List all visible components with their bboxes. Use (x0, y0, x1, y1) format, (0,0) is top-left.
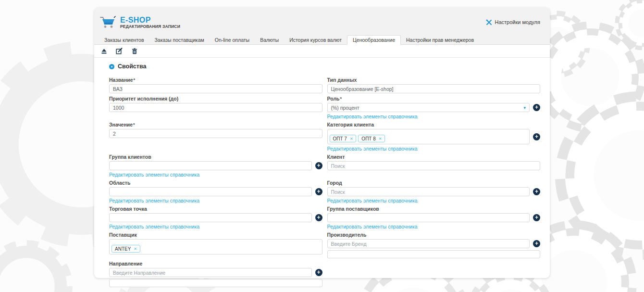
module-settings-button[interactable]: Настройки модуля (486, 19, 540, 25)
tag-label: ANTEY (115, 246, 131, 252)
field-client-group-add-button[interactable]: + (315, 162, 322, 169)
field-sales-point-edit-link[interactable]: Редактировать элементы справочника (109, 224, 199, 229)
module-settings-label: Настройки модуля (495, 19, 540, 25)
field-priority: Приоритет исполнения (до) (109, 96, 322, 112)
properties-form: НазваниеПриоритет исполнения (до)Значени… (109, 77, 540, 290)
module-window: E-SHOP РЕДАКТИРОВАНИЯ ЗАПИСИ Настройки м… (94, 8, 550, 278)
field-sales-point-label: Торговая точка (109, 206, 322, 212)
field-supplier-group: Группа поставщиков+Редактировать элемент… (327, 206, 541, 229)
field-supplier-label: Поставщик (109, 232, 322, 238)
tab-currency-history[interactable]: История курсов валют (284, 36, 347, 44)
eject-icon (101, 48, 107, 54)
field-priority-input[interactable] (109, 103, 322, 112)
field-region-label: Область (109, 180, 322, 186)
field-direction: Направление+ (109, 261, 322, 287)
field-direction-input[interactable] (109, 268, 312, 277)
remove-tag-icon[interactable]: × (350, 136, 353, 141)
field-sales-point-input[interactable] (109, 213, 312, 222)
section-properties: ▾ Свойства (109, 63, 540, 70)
field-role-select[interactable]: (%) процент▾ (327, 103, 530, 112)
delete-button[interactable] (131, 48, 138, 54)
tab-bar: Заказы клиентовЗаказы поставщикамOn-line… (94, 37, 550, 45)
logo: E-SHOP РЕДАКТИРОВАНИЯ ЗАПИСИ (99, 15, 180, 29)
field-role: Роль(%) процент▾+Редактировать элементы … (327, 96, 541, 119)
field-name: Название (109, 77, 322, 93)
field-role-selected-value: (%) процент (331, 105, 359, 111)
field-region: Область+Редактировать элементы справочни… (109, 180, 322, 203)
field-region-add-button[interactable]: + (315, 188, 322, 195)
eject-button[interactable] (100, 48, 107, 54)
field-data-type-label: Тип данных (327, 77, 541, 83)
app-name: E-SHOP (120, 16, 180, 24)
field-supplier-group-add-button[interactable]: + (533, 214, 540, 221)
field-name-input[interactable] (109, 84, 322, 93)
field-sales-point-add-button[interactable]: + (315, 214, 322, 221)
field-client-category-add-button[interactable]: + (533, 133, 540, 140)
field-client-group: Группа клиентов+Редактировать элементы с… (109, 154, 322, 178)
tab-manager-rights[interactable]: Настройки прав менеджеров (401, 36, 479, 44)
field-manufacturer-label: Производитель (327, 232, 541, 238)
field-client-group-label: Группа клиентов (109, 154, 322, 160)
field-supplier-group-input[interactable] (327, 213, 530, 222)
field-city-label: Город (327, 180, 541, 186)
tab-supplier-orders[interactable]: Заказы поставщикам (149, 36, 209, 44)
field-client: Клиент (327, 154, 541, 170)
tab-client-orders[interactable]: Заказы клиентов (99, 36, 149, 44)
module-header: E-SHOP РЕДАКТИРОВАНИЯ ЗАПИСИ Настройки м… (94, 8, 550, 37)
field-value-label: Значение (109, 122, 322, 127)
field-client-label: Клиент (327, 154, 541, 160)
field-supplier-tagbox[interactable]: ANTEY× (109, 239, 322, 254)
field-client-group-input[interactable] (109, 161, 312, 170)
field-manufacturer-tags-area[interactable] (327, 250, 541, 258)
field-supplier: ПоставщикANTEY× (109, 232, 322, 254)
section-title: Свойства (118, 63, 146, 70)
logo-text: E-SHOP РЕДАКТИРОВАНИЯ ЗАПИСИ (120, 16, 180, 29)
field-direction-label: Направление (109, 261, 322, 267)
tab-currencies[interactable]: Валюты (255, 36, 284, 44)
edit-button[interactable] (116, 48, 123, 54)
tab-online-payments[interactable]: On-line оплаты (210, 36, 255, 44)
field-client-category-label: Категория клиента (327, 122, 541, 127)
field-value: Значение (109, 122, 322, 138)
field-supplier-group-label: Группа поставщиков (327, 206, 541, 212)
field-city-edit-link[interactable]: Редактировать элементы справочника (327, 198, 418, 203)
field-client-input[interactable] (327, 161, 541, 170)
edit-pencil-icon (116, 48, 123, 54)
field-role-add-button[interactable]: + (533, 104, 540, 111)
tag: ANTEY× (111, 245, 140, 253)
tag-label: ОПТ 8 (361, 136, 375, 141)
field-client-category-tagbox[interactable]: ОПТ 7×ОПТ 8× (327, 129, 530, 144)
toolbar (94, 45, 550, 58)
field-manufacturer-add-button[interactable]: + (533, 240, 540, 247)
shopping-cart-icon (99, 15, 116, 29)
field-role-edit-link[interactable]: Редактировать элементы справочника (327, 114, 418, 119)
remove-tag-icon[interactable]: × (134, 246, 136, 251)
remove-tag-icon[interactable]: × (379, 136, 382, 141)
field-direction-add-button[interactable]: + (315, 269, 322, 276)
field-region-edit-link[interactable]: Редактировать элементы справочника (109, 198, 199, 203)
field-role-label: Роль (327, 96, 541, 102)
field-city: Город+Редактировать элементы справочника (327, 180, 541, 203)
tab-pricing[interactable]: Ценообразование (347, 35, 401, 45)
field-manufacturer: Производитель+ (327, 232, 541, 258)
tag: ОПТ 8× (358, 135, 385, 142)
field-value-input[interactable] (109, 129, 322, 138)
tag-label: ОПТ 7 (333, 136, 347, 141)
field-priority-label: Приоритет исполнения (до) (109, 96, 322, 102)
tag: ОПТ 7× (330, 135, 357, 142)
field-manufacturer-input[interactable] (327, 239, 530, 248)
field-client-category: Категория клиентаОПТ 7×ОПТ 8×+Редактиров… (327, 122, 541, 152)
field-client-group-edit-link[interactable]: Редактировать элементы справочника (109, 172, 199, 178)
section-collapse-icon[interactable]: ▾ (109, 64, 114, 69)
field-client-category-edit-link[interactable]: Редактировать элементы справочника (327, 146, 418, 152)
field-data-type-input[interactable] (327, 84, 541, 93)
tools-icon (486, 19, 492, 25)
field-supplier-group-edit-link[interactable]: Редактировать элементы справочника (327, 224, 418, 229)
field-data-type: Тип данных (327, 77, 541, 93)
page-title: РЕДАКТИРОВАНИЯ ЗАПИСИ (120, 24, 180, 29)
field-region-input[interactable] (109, 187, 312, 196)
field-city-input[interactable] (327, 187, 530, 196)
field-city-add-button[interactable]: + (533, 188, 540, 195)
field-direction-tags-area[interactable] (109, 279, 322, 287)
field-sales-point: Торговая точка+Редактировать элементы сп… (109, 206, 322, 229)
